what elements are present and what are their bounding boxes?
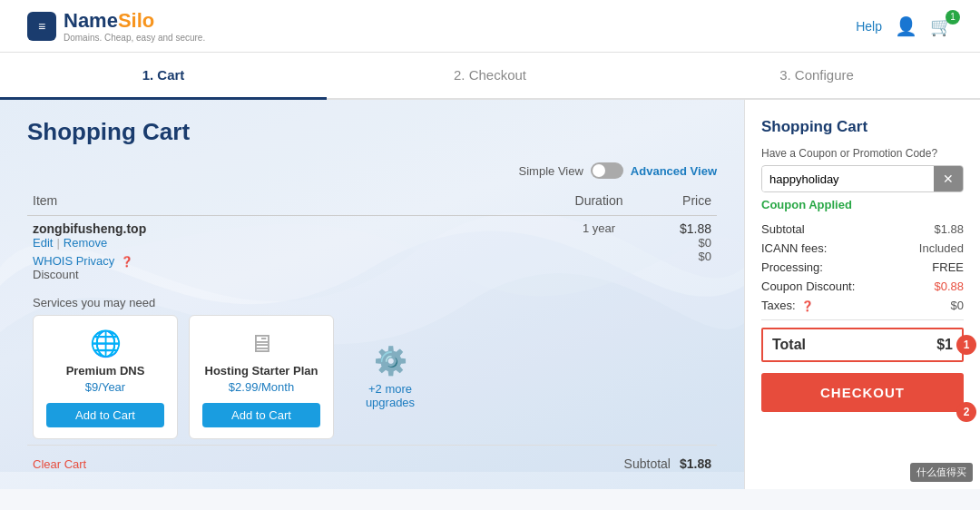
col-duration: Duration [554, 186, 644, 216]
view-toggle: Simple View Advanced View [27, 162, 717, 179]
services-cards: 🌐 Premium DNS $9/Year Add to Cart 🖥 Host… [33, 315, 711, 439]
sidebar-title: Shopping Cart [761, 118, 964, 136]
total-box: Total $1 [761, 328, 964, 362]
view-toggle-switch[interactable] [591, 162, 623, 179]
coupon-label: Have a Coupon or Promotion Code? [761, 147, 964, 160]
services-label: Services you may need [33, 296, 711, 315]
checkout-wrap: CHECKOUT 2 [761, 373, 964, 412]
edit-link[interactable]: Edit [33, 236, 53, 250]
step-checkout[interactable]: 2. Checkout [327, 53, 653, 98]
coupon-input[interactable] [762, 167, 934, 191]
coupon-discount-value: $0.88 [934, 280, 964, 293]
item-actions: Edit | Remove [33, 236, 548, 250]
subtotal-label: Subtotal [624, 456, 671, 471]
toggle-knob [593, 164, 605, 177]
cart-count-badge: 1 [946, 10, 960, 25]
discount-label: Discount [33, 268, 548, 281]
taxes-value: $0 [951, 299, 964, 312]
total-box-wrap: Total $1 1 [761, 328, 964, 362]
step-cart[interactable]: 1. Cart [0, 53, 327, 100]
more-upgrades-label: +2 more upgrades [345, 382, 436, 409]
total-amount: $1 [936, 337, 953, 353]
steps-nav: 1. Cart 2. Checkout 3. Configure [0, 53, 980, 100]
item-price: $1.88 [650, 221, 711, 236]
icann-line: ICANN fees: Included [761, 241, 964, 255]
gear-icon: ⚙️ [374, 345, 407, 377]
summary-divider [761, 319, 964, 320]
services-row: Services you may need 🌐 Premium DNS $9/Y… [27, 287, 717, 445]
dns-icon: 🌐 [46, 329, 164, 358]
coupon-input-wrap: ✕ [761, 165, 964, 192]
clear-cart-link[interactable]: Clear Cart [33, 457, 86, 471]
main-content: Shopping Cart Simple View Advanced View … [0, 100, 980, 489]
page-title: Shopping Cart [27, 118, 717, 146]
taxes-help-icon: ❓ [801, 300, 814, 311]
more-upgrades[interactable]: ⚙️ +2 more upgrades [345, 315, 436, 439]
col-price: Price [644, 186, 717, 216]
header-right: Help 👤 🛒 1 [856, 15, 953, 37]
dns-add-to-cart-button[interactable]: Add to Cart [46, 403, 164, 427]
logo-name-part: Name [64, 9, 118, 32]
subtotal-amount: $1.88 [680, 456, 711, 471]
coupon-discount-label: Coupon Discount: [761, 280, 855, 293]
taxes-label: Taxes: ❓ [761, 299, 814, 312]
service-card-hosting: 🖥 Hosting Starter Plan $2.99/Month Add t… [189, 315, 334, 439]
whois-price: $0 [650, 236, 711, 250]
logo-tagline: Domains. Cheap, easy and secure. [64, 33, 205, 43]
item-duration: 1 year [554, 216, 644, 288]
whois-help-icon: ❓ [121, 256, 133, 267]
badge-1: 1 [956, 335, 976, 355]
subtotal-area: Subtotal $1.88 [624, 456, 711, 471]
icann-label: ICANN fees: [761, 241, 827, 255]
total-label: Total [772, 337, 806, 353]
remove-link[interactable]: Remove [64, 236, 107, 250]
help-link[interactable]: Help [856, 19, 882, 34]
icann-value: Included [919, 241, 964, 255]
badge-2: 2 [956, 402, 976, 422]
logo-icon: ≡ [27, 12, 56, 41]
discount-price: $0 [650, 250, 711, 263]
subtotal-line: Subtotal $1.88 [761, 222, 964, 236]
taxes-line: Taxes: ❓ $0 [761, 299, 964, 312]
item-domain-name: zongbifusheng.top [33, 221, 548, 236]
whois-privacy-link[interactable]: WHOIS Privacy [33, 254, 114, 268]
processing-value: FREE [932, 260, 964, 274]
header: ≡ NameSilo Domains. Cheap, easy and secu… [0, 0, 980, 53]
processing-line: Processing: FREE [761, 260, 964, 274]
service-card-dns: 🌐 Premium DNS $9/Year Add to Cart [33, 315, 178, 439]
user-icon[interactable]: 👤 [895, 15, 917, 37]
coupon-applied-text: Coupon Applied [761, 198, 964, 211]
processing-label: Processing: [761, 260, 823, 274]
right-sidebar: Shopping Cart Have a Coupon or Promotion… [744, 100, 980, 489]
logo-silo-part: Silo [118, 9, 154, 32]
simple-view-label: Simple View [519, 164, 583, 178]
step-configure[interactable]: 3. Configure [653, 53, 980, 98]
col-item: Item [27, 186, 554, 216]
hosting-icon: 🖥 [202, 329, 320, 358]
dns-card-price: $9/Year [46, 380, 164, 394]
advanced-view-label: Advanced View [631, 164, 717, 178]
hosting-add-to-cart-button[interactable]: Add to Cart [202, 403, 320, 427]
cart-icon-wrap[interactable]: 🛒 1 [930, 15, 953, 37]
dns-card-name: Premium DNS [46, 364, 164, 378]
cart-table: Item Duration Price zongbifusheng.top Ed… [27, 186, 717, 445]
hosting-card-name: Hosting Starter Plan [202, 364, 320, 378]
checkout-button[interactable]: CHECKOUT [761, 373, 964, 412]
logo-text: NameSilo Domains. Cheap, easy and secure… [64, 9, 205, 43]
logo-area: ≡ NameSilo Domains. Cheap, easy and secu… [27, 9, 205, 43]
hosting-card-price: $2.99/Month [202, 380, 320, 394]
coupon-clear-button[interactable]: ✕ [934, 166, 963, 191]
left-area: Shopping Cart Simple View Advanced View … [0, 100, 744, 489]
table-row: zongbifusheng.top Edit | Remove WHOIS Pr… [27, 216, 717, 288]
coupon-discount-line: Coupon Discount: $0.88 [761, 280, 964, 293]
bottom-bar: Clear Cart Subtotal $1.88 [27, 445, 717, 471]
subtotal-line-label: Subtotal [761, 222, 805, 236]
subtotal-line-value: $1.88 [934, 222, 964, 236]
